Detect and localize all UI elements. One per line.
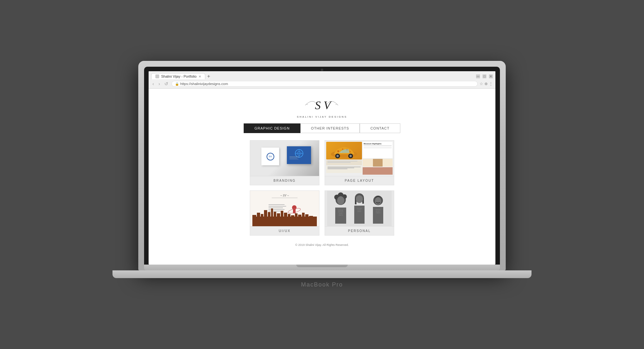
sv-logo-small: SV: [267, 153, 274, 160]
portfolio-item-branding[interactable]: SV: [250, 140, 319, 185]
svg-rect-40: [288, 214, 290, 226]
svg-rect-25: [268, 206, 286, 207]
macbook-frame: Shalini Vijay - Portfolio ✕ + — □ ✕ ‹ › …: [138, 61, 506, 270]
svg-rect-42: [295, 213, 298, 226]
maximize-button[interactable]: □: [483, 74, 486, 78]
svg-rect-27: [268, 209, 285, 210]
portfolio-grid: SV: [245, 140, 399, 236]
svg-rect-45: [305, 214, 308, 226]
tab-favicon: [155, 74, 159, 78]
nav-other-interests[interactable]: OTHER INTERESTS: [300, 123, 360, 133]
pagelayout-label: PAGE LAYOUT: [325, 176, 394, 185]
svg-point-11: [342, 149, 343, 150]
branding-thumbnail: SV: [250, 141, 319, 176]
uiux-label: UI/UX: [250, 226, 319, 235]
svg-text:DESIGN: DESIGN: [339, 213, 343, 214]
pl-left: [326, 142, 362, 175]
portfolio-item-pagelayout[interactable]: Museum Highlights: [325, 140, 394, 185]
tab-title: Shalini Vijay - Portfolio: [161, 74, 197, 78]
logo-area: S V SHALINI VIJAY DESIGNS: [149, 95, 495, 118]
svg-rect-34: [268, 212, 270, 226]
svg-text:CREATIVE: CREATIVE: [338, 215, 343, 216]
svg-point-13: [349, 151, 351, 152]
svg-text:V: V: [324, 99, 332, 112]
personal-label: PERSONAL: [325, 226, 394, 235]
logo-svg: S V: [296, 95, 348, 114]
svg-rect-46: [309, 216, 313, 226]
portfolio-item-personal[interactable]: PERSONAL WORK ART DESIGN CREATIVE: [325, 190, 394, 236]
refresh-button[interactable]: ↺: [163, 81, 170, 87]
svg-rect-43: [298, 215, 301, 226]
screen: Shalini Vijay - Portfolio ✕ + — □ ✕ ‹ › …: [149, 71, 495, 265]
svg-rect-44: [302, 213, 305, 226]
macbook-bottom: [144, 265, 500, 270]
pl-right: Museum Highlights: [363, 142, 393, 175]
svg-rect-36: [274, 212, 276, 226]
branding-card-blue: [287, 146, 311, 164]
macbook-label: MacBook Pro: [301, 281, 343, 288]
macbook-notch: [296, 265, 348, 267]
page-footer: © 2019 Shalini Vijay. All Rights Reserve…: [149, 243, 495, 247]
branding-label: BRANDING: [250, 176, 319, 185]
browser-actions: ☆ ⊕ ⋮: [480, 82, 493, 86]
forward-button[interactable]: ›: [157, 81, 161, 87]
pagelayout-thumbnail: Museum Highlights: [325, 141, 394, 176]
url-text: https://shalinivijaydesigns.com: [180, 82, 228, 86]
extensions-button[interactable]: ⊕: [484, 82, 488, 86]
svg-text:CREATIVE: CREATIVE: [376, 212, 381, 214]
new-tab-button[interactable]: +: [205, 73, 212, 79]
svg-rect-24: [268, 204, 285, 205]
svg-point-18: [349, 155, 352, 157]
address-bar[interactable]: 🔒 https://shalinivijaydesigns.com: [171, 81, 478, 87]
svg-rect-28: [268, 211, 281, 211]
svg-text:S: S: [315, 99, 321, 112]
svg-rect-38: [281, 211, 283, 226]
svg-text:PROJECT: PROJECT: [376, 211, 380, 212]
portfolio-item-uiux[interactable]: ~ SV ~: [250, 190, 319, 236]
svg-rect-39: [284, 213, 287, 226]
bookmark-button[interactable]: ☆: [480, 82, 483, 86]
copyright-text: © 2019 Shalini Vijay. All Rights Reserve…: [295, 243, 349, 247]
svg-text:~ SV ~: ~ SV ~: [280, 194, 289, 197]
svg-text:DESIGN: DESIGN: [357, 211, 361, 212]
personal-thumbnail: PERSONAL WORK ART DESIGN CREATIVE: [325, 191, 394, 226]
tab-close-button[interactable]: ✕: [199, 75, 201, 78]
nav-contact[interactable]: CONTACT: [360, 123, 400, 133]
svg-point-10: [337, 150, 339, 152]
svg-point-53: [337, 196, 344, 205]
svg-rect-35: [271, 208, 273, 226]
lock-icon: 🔒: [175, 82, 179, 86]
pl-car: [326, 142, 362, 160]
brand-name: SHALINI VIJAY DESIGNS: [149, 115, 495, 118]
back-button[interactable]: ‹: [151, 81, 155, 87]
svg-text:PERSONAL: PERSONAL: [376, 209, 381, 210]
svg-rect-33: [264, 210, 267, 226]
branding-card-white: SV: [261, 148, 279, 165]
svg-point-62: [356, 195, 363, 203]
svg-text:ILLUSTRAT: ILLUSTRAT: [357, 208, 362, 209]
svg-point-16: [337, 155, 339, 157]
svg-rect-47: [314, 217, 317, 226]
svg-rect-7: [289, 158, 297, 159]
svg-rect-41: [291, 215, 294, 226]
svg-text:WORK ART: WORK ART: [338, 211, 343, 213]
svg-point-68: [375, 197, 381, 205]
page-body: S V SHALINI VIJAY DESIGNS GRAPHIC DESIGN…: [149, 89, 495, 263]
svg-rect-31: [257, 213, 260, 226]
nav-bar: GRAPHIC DESIGN OTHER INTERESTS CONTACT: [149, 123, 495, 133]
nav-graphic-design[interactable]: GRAPHIC DESIGN: [244, 123, 300, 133]
browser-tab[interactable]: Shalini Vijay - Portfolio ✕: [151, 73, 205, 79]
svg-rect-26: [268, 208, 283, 208]
webcam: [321, 69, 323, 71]
uiux-thumbnail: ~ SV ~: [250, 191, 319, 226]
svg-text:ION ART: ION ART: [357, 209, 361, 211]
svg-rect-30: [252, 215, 256, 226]
menu-button[interactable]: ⋮: [489, 82, 493, 86]
browser-chrome: Shalini Vijay - Portfolio ✕ + — □ ✕ ‹ › …: [149, 71, 495, 89]
window-controls: — □ ✕: [476, 74, 493, 78]
svg-rect-32: [261, 214, 263, 226]
svg-rect-37: [277, 213, 280, 226]
close-window-button[interactable]: ✕: [489, 74, 493, 78]
macbook-base: [112, 270, 532, 278]
minimize-button[interactable]: —: [476, 74, 480, 78]
